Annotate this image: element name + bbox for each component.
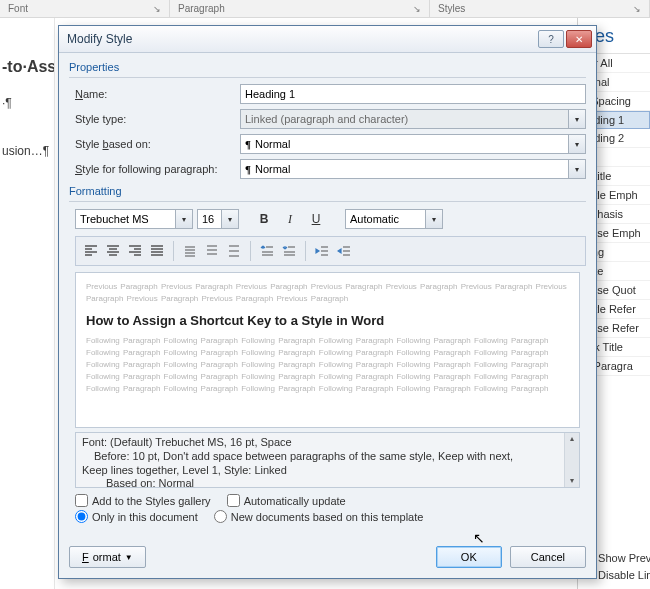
close-button[interactable]: ✕ bbox=[566, 30, 592, 48]
font-color-combo[interactable]: Automatic▾ bbox=[345, 209, 443, 229]
align-center-icon bbox=[106, 244, 120, 258]
chevron-down-icon[interactable]: ▾ bbox=[175, 210, 192, 228]
dialog-title: Modify Style bbox=[67, 32, 536, 46]
preview-sample-text: How to Assign a Shortcut Key to a Style … bbox=[86, 311, 569, 331]
align-center-button[interactable] bbox=[102, 240, 124, 262]
description-scrollbar[interactable]: ▴▾ bbox=[564, 433, 579, 487]
space-before-inc-button[interactable] bbox=[256, 240, 278, 262]
underline-button[interactable]: U bbox=[305, 208, 327, 230]
dialog-launcher-icon[interactable]: ↘ bbox=[633, 4, 641, 14]
indent-increase-icon bbox=[337, 244, 351, 258]
format-button[interactable]: Format▼ bbox=[69, 546, 146, 568]
scroll-down-icon[interactable]: ▾ bbox=[570, 476, 574, 486]
add-to-gallery-checkbox[interactable] bbox=[75, 494, 88, 507]
font-size-combo[interactable]: 16▾ bbox=[197, 209, 239, 229]
dialog-titlebar[interactable]: Modify Style ? ✕ bbox=[59, 26, 596, 53]
style-name-input[interactable] bbox=[240, 84, 586, 104]
font-family-combo[interactable]: Trebuchet MS▾ bbox=[75, 209, 193, 229]
dialog-launcher-icon[interactable]: ↘ bbox=[153, 4, 161, 14]
space-after-icon bbox=[282, 244, 296, 258]
align-justify-button[interactable] bbox=[146, 240, 168, 262]
style-type-combo: Linked (paragraph and character)▾ bbox=[240, 109, 586, 129]
document-area: -to·Ass ·¶ usion…¶ bbox=[0, 18, 55, 589]
style-based-on-combo[interactable]: ¶Normal▾ bbox=[240, 134, 586, 154]
ribbon-groups: Font↘ Paragraph↘ Styles↘ bbox=[0, 0, 650, 18]
align-left-icon bbox=[84, 244, 98, 258]
help-button[interactable]: ? bbox=[538, 30, 564, 48]
cancel-button[interactable]: Cancel bbox=[510, 546, 586, 568]
line-spacing-2-button[interactable] bbox=[223, 240, 245, 262]
modify-style-dialog: Modify Style ? ✕ Properties Name: Style … bbox=[58, 25, 597, 579]
chevron-down-icon[interactable]: ▾ bbox=[568, 160, 585, 178]
style-type-label: Style type: bbox=[75, 113, 240, 125]
dialog-launcher-icon[interactable]: ↘ bbox=[413, 4, 421, 14]
new-docs-radio[interactable] bbox=[214, 510, 227, 523]
align-left-button[interactable] bbox=[80, 240, 102, 262]
chevron-down-icon[interactable]: ▾ bbox=[568, 135, 585, 153]
style-following-combo[interactable]: ¶Normal▾ bbox=[240, 159, 586, 179]
properties-section-label: Properties bbox=[69, 61, 586, 73]
scroll-up-icon[interactable]: ▴ bbox=[570, 434, 574, 444]
align-right-button[interactable] bbox=[124, 240, 146, 262]
ok-button[interactable]: OK bbox=[436, 546, 502, 568]
align-justify-icon bbox=[150, 244, 164, 258]
spacing-15-icon bbox=[205, 244, 219, 258]
line-spacing-15-button[interactable] bbox=[201, 240, 223, 262]
spacing-2-icon bbox=[227, 244, 241, 258]
decrease-indent-button[interactable] bbox=[311, 240, 333, 262]
style-description: Font: (Default) Trebuchet MS, 16 pt, Spa… bbox=[75, 432, 580, 488]
only-this-doc-radio[interactable] bbox=[75, 510, 88, 523]
formatting-section-label: Formatting bbox=[69, 185, 586, 197]
ribbon-group-styles: Styles↘ bbox=[430, 0, 650, 17]
chevron-down-icon[interactable]: ▾ bbox=[425, 210, 442, 228]
ribbon-group-paragraph: Paragraph↘ bbox=[170, 0, 430, 17]
chevron-down-icon[interactable]: ▾ bbox=[221, 210, 238, 228]
ribbon-group-font: Font↘ bbox=[0, 0, 170, 17]
space-before-dec-button[interactable] bbox=[278, 240, 300, 262]
style-preview: Previous Paragraph Previous Paragraph Pr… bbox=[75, 272, 580, 428]
align-right-icon bbox=[128, 244, 142, 258]
auto-update-checkbox[interactable] bbox=[227, 494, 240, 507]
following-label: Style for following paragraph: bbox=[75, 163, 240, 175]
space-before-icon bbox=[260, 244, 274, 258]
spacing-1-icon bbox=[183, 244, 197, 258]
chevron-down-icon: ▾ bbox=[568, 110, 585, 128]
increase-indent-button[interactable] bbox=[333, 240, 355, 262]
indent-decrease-icon bbox=[315, 244, 329, 258]
line-spacing-1-button[interactable] bbox=[179, 240, 201, 262]
bold-button[interactable]: B bbox=[253, 208, 275, 230]
based-on-label: Style based on: bbox=[75, 138, 240, 150]
italic-button[interactable]: I bbox=[279, 208, 301, 230]
name-label: Name: bbox=[75, 88, 240, 100]
